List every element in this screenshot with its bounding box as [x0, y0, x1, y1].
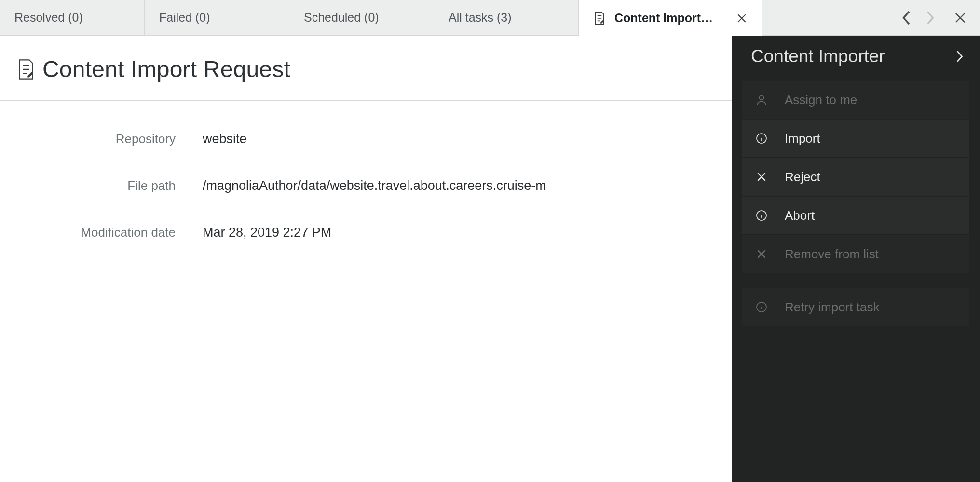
user-icon	[755, 94, 768, 106]
action-import[interactable]: Import	[742, 120, 969, 157]
tab-content-import-request[interactable]: Content Import Re...	[579, 0, 762, 36]
info-icon	[755, 133, 768, 144]
close-panel-icon[interactable]	[954, 12, 966, 24]
tab-resolved[interactable]: Resolved (0)	[0, 0, 145, 35]
action-label: Assign to me	[785, 93, 857, 107]
document-edit-icon	[593, 11, 606, 26]
side-panel: Content Importer Assign to me	[732, 36, 980, 482]
detail-row-repository: Repository website	[0, 123, 732, 170]
close-icon	[755, 249, 768, 259]
tab-failed[interactable]: Failed (0)	[145, 0, 289, 35]
tab-label: Content Import Re...	[614, 11, 716, 25]
action-abort[interactable]: Abort	[742, 197, 969, 234]
action-label: Reject	[785, 170, 820, 185]
next-icon[interactable]	[925, 10, 935, 26]
repository-value: website	[203, 132, 247, 147]
action-label: Retry import task	[785, 300, 880, 315]
info-icon	[755, 301, 768, 313]
close-icon	[755, 172, 768, 182]
repository-label: Repository	[0, 132, 203, 147]
detail-row-filepath: File path /magnoliaAuthor/data/website.t…	[0, 170, 732, 216]
tab-label: Scheduled (0)	[304, 11, 379, 25]
moddate-label: Modification date	[0, 225, 203, 240]
action-label: Remove from list	[785, 247, 879, 262]
filepath-value: /magnoliaAuthor/data/website.travel.abou…	[203, 178, 546, 193]
tab-alltasks[interactable]: All tasks (3)	[434, 0, 579, 35]
sidepanel-title: Content Importer	[751, 46, 885, 67]
action-remove-from-list[interactable]: Remove from list	[742, 235, 969, 273]
detail-row-moddate: Modification date Mar 28, 2019 2:27 PM	[0, 216, 732, 263]
svg-point-0	[760, 95, 764, 100]
info-icon	[755, 210, 768, 221]
content-area: Content Import Request Repository websit…	[0, 36, 732, 482]
moddate-value: Mar 28, 2019 2:27 PM	[203, 225, 331, 240]
tab-strip: Resolved (0) Failed (0) Scheduled (0) Al…	[0, 0, 980, 36]
close-icon[interactable]	[736, 13, 747, 24]
prev-icon[interactable]	[902, 10, 912, 26]
action-assign-to-me[interactable]: Assign to me	[742, 81, 969, 119]
tab-label: Resolved (0)	[14, 11, 83, 25]
page-title: Content Import Request	[42, 56, 290, 82]
tab-scheduled[interactable]: Scheduled (0)	[289, 0, 434, 35]
document-edit-icon	[16, 58, 36, 80]
chevron-right-icon[interactable]	[955, 50, 964, 63]
tab-label: Failed (0)	[159, 11, 210, 25]
action-label: Abort	[785, 208, 815, 223]
tab-label: All tasks (3)	[449, 11, 512, 25]
action-label: Import	[785, 131, 820, 146]
action-retry-import[interactable]: Retry import task	[742, 288, 969, 326]
filepath-label: File path	[0, 178, 203, 193]
action-reject[interactable]: Reject	[742, 158, 969, 196]
